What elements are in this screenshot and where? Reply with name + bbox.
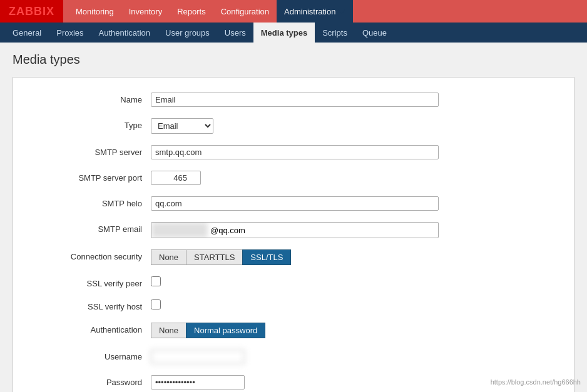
smtp-email-label: SMTP email [26, 222, 151, 234]
password-row: Password [13, 373, 574, 392]
ssl-verify-peer-checkbox[interactable] [151, 276, 161, 286]
ssl-verify-host-row: SSL verify host [13, 297, 574, 314]
connection-security-control: None STARTTLS SSL/TLS [151, 249, 561, 265]
connection-security-row: Connection security None STARTTLS SSL/TL… [13, 247, 574, 268]
password-input[interactable] [151, 375, 245, 389]
subnav-media-types[interactable]: Media types [253, 23, 315, 43]
auth-none-btn[interactable]: None [151, 323, 186, 338]
authentication-control: None Normal password [151, 323, 561, 338]
smtp-server-label: SMTP server [26, 145, 151, 157]
nav-configuration[interactable]: Configuration [213, 0, 277, 23]
smtp-helo-control [151, 196, 561, 211]
password-label: Password [26, 375, 151, 387]
subnav-authentication[interactable]: Authentication [91, 23, 158, 43]
smtp-server-input[interactable] [151, 145, 439, 159]
smtp-helo-row: SMTP helo [13, 194, 574, 213]
page-title: Media types [13, 53, 574, 67]
name-control [151, 93, 561, 107]
smtp-server-control [151, 145, 561, 159]
nav-inventory[interactable]: Inventory [121, 0, 170, 23]
authentication-label: Authentication [26, 323, 151, 334]
smtp-email-row: SMTP email @qq.com [13, 219, 574, 241]
top-navigation: ZABBIX Monitoring Inventory Reports Conf… [0, 0, 587, 23]
subnav-user-groups[interactable]: User groups [158, 23, 217, 43]
watermark: https://blog.csdn.net/hg666hh [491, 378, 581, 386]
username-input[interactable] [151, 349, 245, 364]
smtp-port-control [151, 171, 561, 185]
top-nav-links: Monitoring Inventory Reports Configurati… [68, 0, 353, 23]
authentication-group: None Normal password [151, 323, 265, 338]
page-content: Media types Name Type Email SMS Jabber E… [0, 43, 587, 392]
type-select[interactable]: Email SMS Jabber Ez Texting [151, 118, 213, 134]
ssl-verify-host-checkbox[interactable] [151, 299, 161, 309]
connection-none-btn[interactable]: None [151, 249, 186, 265]
subnav-proxies[interactable]: Proxies [49, 23, 91, 43]
nav-monitoring[interactable]: Monitoring [68, 0, 121, 23]
admin-dropdown-icon [338, 9, 345, 14]
connection-security-group: None STARTTLS SSL/TLS [151, 249, 291, 265]
name-row: Name [13, 90, 574, 109]
connection-starttls-btn[interactable]: STARTTLS [186, 249, 242, 265]
name-label: Name [26, 93, 151, 104]
type-row: Type Email SMS Jabber Ez Texting [13, 116, 574, 136]
smtp-email-control: @qq.com [151, 222, 561, 238]
authentication-row: Authentication None Normal password [13, 320, 574, 341]
smtp-port-label: SMTP server port [26, 171, 151, 183]
smtp-port-input[interactable] [151, 171, 201, 185]
ssl-verify-peer-control [151, 276, 561, 286]
name-input[interactable] [151, 93, 439, 107]
smtp-port-row: SMTP server port [13, 168, 574, 188]
ssl-verify-peer-label: SSL verify peer [26, 276, 151, 288]
connection-ssltls-btn[interactable]: SSL/TLS [242, 249, 291, 265]
nav-reports[interactable]: Reports [170, 0, 213, 23]
type-control: Email SMS Jabber Ez Texting [151, 118, 561, 134]
smtp-helo-input[interactable] [151, 196, 439, 211]
sub-navigation: General Proxies Authentication User grou… [0, 23, 587, 43]
nav-administration[interactable]: Administration [277, 0, 353, 23]
smtp-email-input-wrap[interactable]: @qq.com [151, 222, 439, 238]
connection-security-label: Connection security [26, 249, 151, 261]
logo-text: ZABBIX [9, 5, 54, 18]
smtp-server-row: SMTP server [13, 143, 574, 162]
logo: ZABBIX [0, 0, 63, 23]
smtp-helo-label: SMTP helo [26, 196, 151, 208]
username-row: Username [13, 347, 574, 366]
auth-normal-password-btn[interactable]: Normal password [186, 323, 265, 338]
subnav-scripts[interactable]: Scripts [315, 23, 355, 43]
smtp-email-blurred [151, 223, 208, 238]
username-label: Username [26, 349, 151, 361]
ssl-verify-host-label: SSL verify host [26, 299, 151, 311]
subnav-queue[interactable]: Queue [355, 23, 394, 43]
subnav-users[interactable]: Users [217, 23, 253, 43]
subnav-general[interactable]: General [5, 23, 49, 43]
form-card: Name Type Email SMS Jabber Ez Texting SM… [13, 77, 574, 392]
smtp-email-domain: @qq.com [208, 224, 248, 237]
ssl-verify-peer-row: SSL verify peer [13, 274, 574, 291]
username-control [151, 349, 561, 364]
type-label: Type [26, 118, 151, 130]
ssl-verify-host-control [151, 299, 561, 309]
